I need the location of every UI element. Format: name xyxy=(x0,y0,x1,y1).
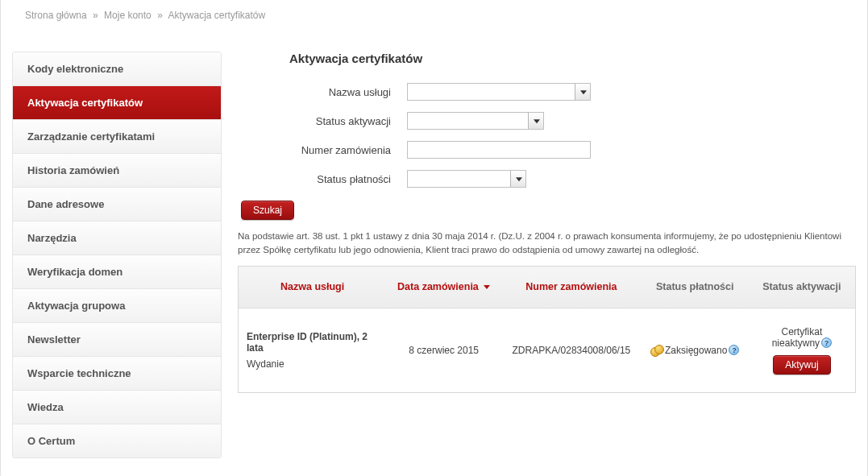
cell-service-name: Enterprise ID (Platinum), 2 lata xyxy=(247,331,378,354)
breadcrumb-sep: » xyxy=(93,10,98,21)
breadcrumb-home[interactable]: Strona główna xyxy=(25,10,87,21)
sidebar-item-historia-zamowien[interactable]: Historia zamówień xyxy=(13,154,221,188)
sort-desc-icon xyxy=(484,285,490,289)
select-service-name[interactable] xyxy=(407,83,591,101)
col-activation-status[interactable]: Status aktywacji xyxy=(749,266,856,308)
help-icon[interactable] xyxy=(821,337,832,348)
label-service-name: Nazwa usługi xyxy=(238,86,407,98)
cell-payment-status: Zaksięgowano xyxy=(665,345,727,356)
page-title: Aktywacja certyfikatów xyxy=(289,52,856,65)
coins-icon xyxy=(650,345,663,356)
orders-table: Nazwa usługi Data zamówienia Numer zamów… xyxy=(238,266,856,393)
label-payment-status: Status płatności xyxy=(238,173,407,185)
sidebar-item-newsletter[interactable]: Newsletter xyxy=(13,323,221,357)
breadcrumb: Strona główna » Moje konto » Aktywacja c… xyxy=(1,0,867,27)
search-button[interactable]: Szukaj xyxy=(241,201,294,220)
sidebar-item-kody-elektroniczne[interactable]: Kody elektroniczne xyxy=(13,52,221,86)
sidebar-item-weryfikacja-domen[interactable]: Weryfikacja domen xyxy=(13,255,221,289)
breadcrumb-sep: » xyxy=(157,10,163,21)
filter-form: Nazwa usługi Status aktywacji Numer zamó… xyxy=(238,83,856,188)
table-row: Enterprise ID (Platinum), 2 lata Wydanie… xyxy=(239,308,856,392)
cell-order-number: ZDRAPKA/02834008/06/15 xyxy=(501,308,642,392)
help-icon[interactable] xyxy=(729,345,739,355)
sidebar-item-zarzadzanie-certyfikatami[interactable]: Zarządzanie certyfikatami xyxy=(13,120,221,154)
breadcrumb-current: Aktywacja certyfikatów xyxy=(168,10,266,21)
col-order-date-label: Data zamówienia xyxy=(397,281,479,292)
sidebar-item-o-certum[interactable]: O Certum xyxy=(13,424,221,457)
col-service-name[interactable]: Nazwa usługi xyxy=(239,266,387,308)
label-order-number: Numer zamówienia xyxy=(238,144,407,156)
col-order-number[interactable]: Numer zamówienia xyxy=(501,266,642,308)
col-payment-status[interactable]: Status płatności xyxy=(642,266,749,308)
cell-order-date: 8 czerwiec 2015 xyxy=(386,308,501,392)
sidebar-item-dane-adresowe[interactable]: Dane adresowe xyxy=(13,188,221,221)
select-activation-status[interactable] xyxy=(407,112,544,130)
cell-service-sub: Wydanie xyxy=(247,358,378,370)
sidebar-item-narzedzia[interactable]: Narzędzia xyxy=(13,221,221,255)
sidebar-item-wiedza[interactable]: Wiedza xyxy=(13,391,221,424)
sidebar-item-aktywacja-certyfikatow[interactable]: Aktywacja certyfikatów xyxy=(13,86,221,120)
input-order-number[interactable] xyxy=(407,141,591,159)
legal-note: Na podstawie art. 38 ust. 1 pkt 1 ustawy… xyxy=(238,230,856,258)
cell-activation-status: Certyfikat nieaktywny xyxy=(772,326,823,349)
sidebar: Kody elektroniczne Aktywacja certyfikató… xyxy=(12,52,222,458)
activate-button[interactable]: Aktywuj xyxy=(773,355,830,375)
col-order-date[interactable]: Data zamówienia xyxy=(386,266,501,308)
breadcrumb-account[interactable]: Moje konto xyxy=(104,10,152,21)
sidebar-item-wsparcie-techniczne[interactable]: Wsparcie techniczne xyxy=(13,357,221,391)
label-activation-status: Status aktywacji xyxy=(238,115,407,127)
select-payment-status[interactable] xyxy=(407,170,526,188)
sidebar-item-aktywacja-grupowa[interactable]: Aktywacja grupowa xyxy=(13,289,221,323)
